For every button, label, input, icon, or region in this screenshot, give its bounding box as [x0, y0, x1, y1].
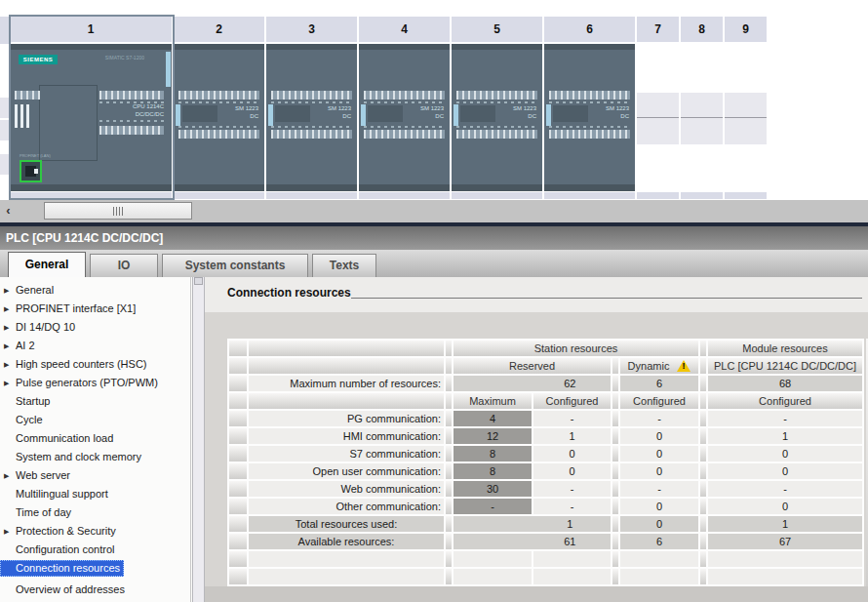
sm-module[interactable]: SM 1223DC: [359, 44, 450, 191]
nav-row: ▶AI 2: [0, 337, 190, 355]
gutter: [612, 499, 618, 514]
scrollbar-thumb[interactable]: [44, 202, 192, 220]
profinet-port[interactable]: [20, 160, 42, 182]
slot-header-3[interactable]: 3: [266, 17, 357, 44]
module-bottom-band: [266, 184, 357, 191]
din-rail: [725, 93, 767, 144]
cpu-module[interactable]: SIEMENSSIMATIC S7-1200CPU 1214CDC/DC/DCP…: [10, 44, 172, 191]
expand-arrow-icon[interactable]: ▶: [4, 522, 9, 541]
slot-header-7[interactable]: 7: [637, 17, 679, 44]
gutter: [612, 551, 618, 567]
expand-arrow-icon[interactable]: ▶: [4, 374, 9, 392]
connector-bars-icon: [15, 104, 30, 128]
sm-label-box: [275, 105, 310, 122]
slot-header-9[interactable]: 9: [725, 17, 767, 44]
slot-header-1[interactable]: 1: [10, 17, 172, 44]
slot-header-4[interactable]: 4: [359, 17, 450, 44]
sm-module[interactable]: SM 1223DC: [452, 44, 542, 191]
scroll-left-arrow-icon[interactable]: ‹: [2, 202, 15, 220]
expand-arrow-icon[interactable]: ▶: [4, 300, 9, 318]
sidebar-item-multilingual-support[interactable]: Multilingual support: [0, 485, 190, 503]
terminal-strip-top: [271, 91, 352, 100]
expand-arrow-icon[interactable]: ▶: [4, 337, 9, 355]
terminal-strip-left: [15, 91, 40, 100]
sidebar-item-ai-2[interactable]: ▶AI 2: [0, 337, 190, 355]
sm-module[interactable]: SM 1223DC: [544, 44, 635, 191]
expand-arrow-icon[interactable]: ▶: [4, 318, 9, 337]
connection-resources-table: Station resourcesModule resourcesReserve…: [227, 339, 864, 586]
sm-model-label: SM 1223DC: [235, 104, 258, 120]
main-panel: Connection resources Station resourcesMo…: [205, 277, 868, 602]
slot-column-5: 5SM 1223DC: [452, 17, 544, 199]
sidebar-item-protection-security[interactable]: ▶Protection & Security: [0, 522, 190, 541]
terminal-strip-top: [178, 91, 259, 100]
tab-io-tags[interactable]: IO tags: [90, 254, 158, 277]
terminal-label-row: [178, 126, 259, 128]
sm-module[interactable]: SM 1223DC: [266, 44, 357, 191]
properties-nav: ▶General▶PROFINET interface [X1]▶DI 14/D…: [0, 277, 191, 602]
sidebar-item-communication-load[interactable]: Communication load: [0, 429, 190, 448]
nav-row: ▶General: [0, 281, 190, 300]
module-plc-header: PLC [CPU 1214C DC/DC/DC]: [708, 358, 862, 374]
empty-slot: [725, 44, 767, 191]
gutter: [612, 446, 618, 462]
module-top-band: [266, 44, 357, 50]
horizontal-scrollbar[interactable]: ‹: [0, 200, 868, 222]
sidebar-item-profinet-interface-x1-[interactable]: ▶PROFINET interface [X1]: [0, 300, 190, 318]
tab-strip: GeneralIO tagsSystem constantsTexts: [0, 250, 868, 277]
sidebar-item-overview-of-addresses[interactable]: Overview of addresses: [0, 581, 190, 599]
module-value: 0: [708, 499, 862, 514]
reserved-summary-value: 1: [533, 518, 609, 530]
sm-module[interactable]: SM 1223DC: [174, 44, 264, 191]
row-label: Web communication:: [249, 481, 444, 497]
tab-system-constants[interactable]: System constants: [162, 254, 308, 277]
tab-general[interactable]: General: [8, 252, 86, 277]
empty-cell: [454, 569, 532, 584]
nav-splitter[interactable]: [192, 277, 205, 602]
gutter: [700, 428, 706, 444]
terminal-label-row: [456, 126, 537, 128]
slot-header-6[interactable]: 6: [544, 17, 635, 44]
expand-arrow-icon[interactable]: ▶: [4, 466, 9, 485]
sidebar-item-startup[interactable]: Startup: [0, 392, 190, 411]
slot-header-5[interactable]: 5: [452, 17, 542, 44]
tab-texts[interactable]: Texts: [312, 254, 376, 277]
slot-header-8[interactable]: 8: [681, 17, 723, 44]
sidebar-item-high-speed-counters-hsc-[interactable]: ▶High speed counters (HSC): [0, 355, 190, 374]
expand-arrow-icon[interactable]: ▶: [4, 281, 9, 300]
sidebar-item-configuration-control[interactable]: Configuration control: [0, 541, 190, 559]
empty-cell: [620, 551, 698, 567]
terminal-label-row: [456, 101, 537, 103]
slot-column-4: 4SM 1223DC: [359, 17, 452, 199]
rack-rail-cell: [0, 154, 10, 175]
gutter: [446, 428, 452, 444]
sidebar-item-system-and-clock-memory[interactable]: System and clock memory: [0, 448, 190, 466]
sm-model-label: SM 1223DC: [606, 104, 629, 120]
slot-header-2[interactable]: 2: [174, 17, 264, 44]
slot-column-9: 9: [725, 17, 769, 199]
module-resources-header: Module resources: [708, 341, 862, 356]
slot-column-2: 2SM 1223DC: [174, 17, 266, 199]
gutter: [446, 393, 452, 409]
gutter: [700, 481, 706, 497]
dynamic-value: 0: [620, 446, 698, 462]
sm-clip-tab: [454, 104, 458, 126]
sidebar-item-connection-resources[interactable]: Connection resources: [0, 560, 124, 577]
splitter-thumb[interactable]: [194, 277, 203, 285]
terminal-label-row: [271, 101, 352, 103]
sidebar-item-di-14-dq-10[interactable]: ▶DI 14/DQ 10: [0, 318, 190, 337]
nav-row: ▶Pulse generators (PTO/PWM): [0, 374, 190, 392]
nav-row: ▶High speed counters (HSC): [0, 355, 190, 374]
sidebar-item-pulse-generators-pto-pwm-[interactable]: ▶Pulse generators (PTO/PWM): [0, 374, 190, 392]
expand-arrow-icon[interactable]: ▶: [4, 355, 9, 374]
label-col-header: [249, 341, 444, 356]
sidebar-item-general[interactable]: ▶General: [0, 281, 190, 300]
nav-row: ▶PROFINET interface [X1]: [0, 300, 190, 318]
sidebar-item-time-of-day[interactable]: Time of day: [0, 503, 190, 522]
row-header-cell: [229, 516, 247, 532]
module-value: 0: [708, 446, 862, 462]
sidebar-item-web-server[interactable]: ▶Web server: [0, 466, 190, 485]
slot-bottom-strip-6: [544, 192, 635, 199]
sidebar-item-cycle[interactable]: Cycle: [0, 411, 190, 429]
station-resources-header: Station resources: [454, 341, 698, 356]
